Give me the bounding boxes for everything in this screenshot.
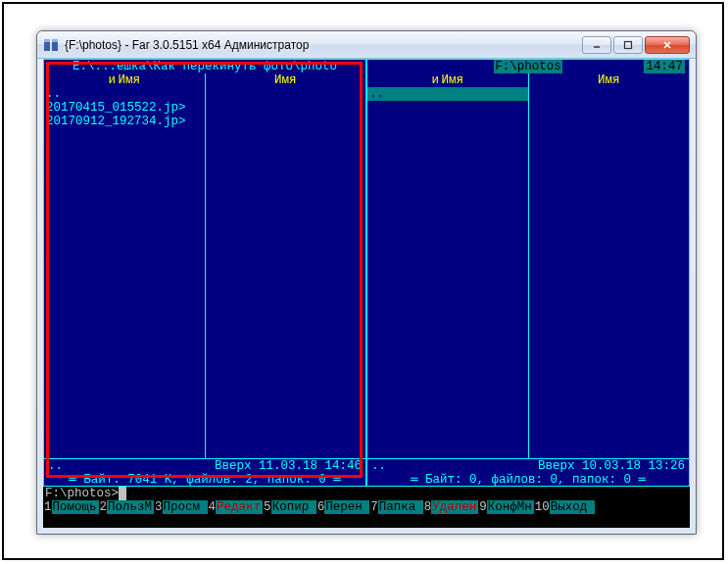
right-status-date: Вверх 10.03.18 13:26 [538, 459, 685, 473]
clock: 14:47 [644, 60, 685, 73]
right-path-text: F:\photos [494, 60, 562, 73]
left-file-item[interactable]: 20170415_015522.jp> [44, 101, 205, 115]
left-panel[interactable]: E:\...ешка\Как перекинуть фото\photo иИм… [43, 59, 366, 487]
key-f1[interactable]: 1Помощь [43, 500, 99, 514]
left-panel-footer: .. Вверх 11.03.18 14:46 ═ Байт: 7041 K, … [44, 458, 365, 486]
left-status-info: Байт: 7041 K, файлов: 2, папок: 0 [83, 473, 326, 487]
svg-rect-2 [44, 39, 50, 42]
right-file-updir[interactable]: .. [367, 87, 528, 101]
left-file-item[interactable]: 20170912_192734.jp> [44, 115, 205, 128]
key-f7[interactable]: 7Папка [369, 500, 423, 514]
titlebar[interactable]: {F:\photos} - Far 3.0.5151 x64 Администр… [37, 31, 696, 59]
cmd-cursor [119, 487, 126, 500]
key-f3[interactable]: 3Просм [154, 500, 208, 514]
right-panel-path[interactable]: F:\photos 14:47 [367, 60, 689, 73]
left-panel-path[interactable]: E:\...ешка\Как перекинуть фото\photo [44, 60, 365, 73]
svg-rect-3 [52, 39, 58, 42]
left-col2-name: Имя [274, 73, 297, 87]
command-line[interactable]: F:\photos> [43, 487, 690, 500]
maximize-button[interactable] [613, 36, 643, 54]
key-f4[interactable]: 4Редакт [208, 500, 264, 514]
right-columns: иИмя Имя [367, 73, 689, 87]
left-status-date: Вверх 11.03.18 14:46 [215, 459, 362, 473]
left-file-updir[interactable]: .. [44, 87, 205, 101]
right-file-area[interactable]: .. [367, 87, 689, 458]
cmd-prompt: F:\photos> [45, 487, 119, 500]
key-bar: 1Помощь 2ПользМ 3Просм 4Редакт 5Копир 6П… [43, 500, 690, 514]
right-panel[interactable]: F:\photos 14:47 иИмя Имя .. .. [366, 59, 690, 487]
right-col1-short: и [431, 73, 441, 87]
left-col1-name: Имя [118, 73, 140, 87]
key-f10[interactable]: 10Выход [534, 500, 595, 514]
window-title: {F:\photos} - Far 3.0.5151 x64 Администр… [65, 38, 582, 52]
key-f8[interactable]: 8Удален [423, 500, 479, 514]
close-button[interactable] [645, 36, 690, 54]
left-path-text: E:\...ешка\Как перекинуть фото\photo [73, 60, 337, 73]
left-columns: иИмя Имя [44, 73, 365, 87]
key-f9[interactable]: 9КонфМн [478, 500, 534, 514]
console-area: E:\...ешка\Как перекинуть фото\photo иИм… [43, 59, 690, 528]
right-col2-name: Имя [598, 73, 620, 87]
right-status-info: Байт: 0, файлов: 0, папок: 0 [425, 473, 631, 487]
minimize-button[interactable] [582, 36, 611, 54]
key-f6[interactable]: 6Перен [316, 500, 370, 514]
key-f5[interactable]: 5Копир [263, 500, 316, 514]
right-current-item: .. [371, 459, 386, 473]
right-col1-name: Имя [441, 73, 463, 87]
left-current-item: .. [48, 459, 63, 473]
application-window: {F:\photos} - Far 3.0.5151 x64 Администр… [36, 30, 697, 535]
svg-rect-5 [625, 41, 632, 48]
app-icon [43, 37, 59, 53]
left-file-area[interactable]: .. 20170415_015522.jp> 20170912_192734.j… [44, 87, 365, 458]
left-col1-short: и [108, 73, 118, 87]
window-controls [582, 36, 690, 54]
key-f2[interactable]: 2ПользМ [99, 500, 155, 514]
right-panel-footer: .. Вверх 10.03.18 13:26 ═ Байт: 0, файло… [367, 458, 689, 486]
